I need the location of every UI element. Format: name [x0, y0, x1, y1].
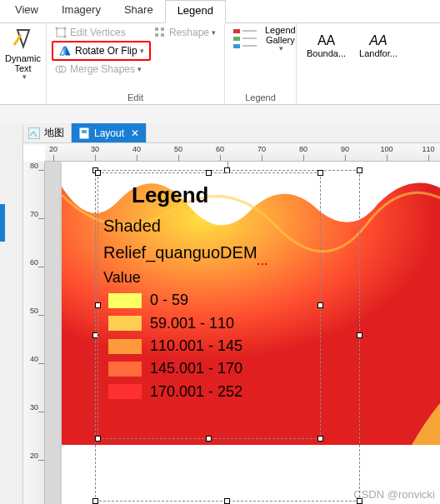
- layout-canvas[interactable]: Legend Shaded Relief_quanguoDEM Value 0 …: [45, 162, 440, 504]
- merge-icon: [55, 63, 67, 75]
- ribbon-body: Dynamic Text ▾ Edit Vertices Rotate Or F…: [0, 23, 440, 105]
- svg-point-3: [64, 36, 67, 38]
- reshape-icon: [154, 27, 166, 38]
- svg-point-1: [56, 27, 58, 30]
- doc-tab-map-label: 地图: [44, 126, 64, 140]
- legend-item-label: 145.001 - 170: [150, 359, 242, 378]
- legend-layer-line2: Relief_quanguoDEM: [103, 242, 315, 265]
- layout-view: 2030405060708090100110 80706050403020: [23, 145, 440, 504]
- svg-rect-18: [82, 130, 87, 133]
- legend-row: 145.001 - 170: [103, 359, 315, 378]
- doc-tab-layout-label: Layout: [94, 127, 124, 139]
- caret-icon: ▾: [22, 73, 27, 82]
- ruler-tick: 50: [23, 307, 45, 323]
- legend-row: 170.001 - 252: [103, 382, 315, 402]
- legend-gallery-label: Legend Gallery: [265, 25, 296, 45]
- text-style-icon: AA: [369, 33, 387, 48]
- svg-rect-12: [233, 37, 240, 41]
- reshape-button[interactable]: Reshape ▾: [151, 25, 219, 40]
- edit-vertices-label: Edit Vertices: [70, 27, 126, 38]
- ribbon-tab-strip: View Imagery Share Legend: [0, 0, 440, 23]
- edit-vertices-button[interactable]: Edit Vertices: [52, 25, 151, 40]
- legend-layer-line1: Shaded: [103, 215, 315, 237]
- caret-icon: ▾: [212, 28, 216, 37]
- ruler-tick: 30: [78, 145, 112, 153]
- tab-legend[interactable]: Legend: [165, 0, 226, 23]
- legend-patch-gallery[interactable]: [230, 25, 262, 67]
- legend-item-label: 170.001 - 252: [150, 382, 242, 402]
- ruler-tick: 30: [23, 403, 45, 420]
- text-style-icon: AA: [318, 33, 335, 48]
- legend-row: 0 - 59: [103, 291, 315, 310]
- ruler-tick: 60: [23, 258, 45, 275]
- svg-rect-8: [155, 33, 158, 37]
- legend-swatch: [108, 293, 142, 308]
- dynamic-text-icon: [11, 27, 36, 52]
- ruler-tick: 20: [23, 452, 45, 468]
- svg-rect-14: [233, 44, 240, 48]
- tab-view[interactable]: View: [3, 0, 50, 22]
- side-panel: [0, 125, 23, 504]
- tab-share[interactable]: Share: [112, 0, 165, 22]
- svg-rect-7: [161, 27, 164, 31]
- svg-point-2: [64, 27, 67, 30]
- ruler-tick: 100: [370, 145, 403, 153]
- svg-rect-9: [161, 33, 164, 37]
- reshape-label: Reshape: [169, 27, 209, 38]
- edit-group-label: Edit: [52, 92, 219, 102]
- ruler-tick: 50: [162, 145, 195, 153]
- style-label: Landfor...: [359, 48, 398, 58]
- style-landform[interactable]: AA Landfor...: [354, 32, 402, 60]
- caret-icon: ▾: [279, 45, 283, 53]
- caret-icon: ▾: [138, 65, 142, 73]
- doc-tab-layout[interactable]: Layout ✕: [72, 123, 147, 142]
- ruler-horizontal: 2030405060708090100110: [45, 145, 440, 162]
- rotate-or-flip-label: Rotate Or Flip: [75, 45, 138, 57]
- merge-shapes-label: Merge Shapes: [70, 63, 135, 75]
- svg-rect-6: [155, 27, 158, 31]
- dynamic-text-button[interactable]: Dynamic Text ▾: [5, 25, 41, 83]
- ruler-tick: 110: [412, 145, 440, 153]
- flip-icon: [58, 45, 72, 57]
- style-boundary[interactable]: AA Bounda...: [302, 32, 351, 60]
- legend-row: 59.001 - 110: [103, 314, 315, 333]
- ruler-tick: 70: [23, 210, 45, 227]
- ruler-tick: 20: [45, 145, 70, 153]
- ruler-tick: 70: [245, 145, 278, 153]
- dynamic-text-label: Dynamic Text: [5, 53, 41, 73]
- legend-item-label: 110.001 - 145: [150, 337, 242, 356]
- caret-icon: ▾: [140, 47, 144, 55]
- legend-value-header: Value: [103, 268, 315, 287]
- rotate-or-flip-button[interactable]: Rotate Or Flip ▾: [55, 43, 148, 58]
- legend-element-selection[interactable]: Legend Shaded Relief_quanguoDEM Value 0 …: [98, 172, 321, 439]
- tab-imagery[interactable]: Imagery: [50, 0, 112, 22]
- svg-rect-10: [233, 29, 240, 33]
- legend-title: Legend: [132, 182, 315, 210]
- watermark: CSDN @ronvicki: [353, 488, 435, 501]
- ruler-vertical: 80706050403020: [23, 162, 45, 504]
- legend-group-label: Legend: [230, 92, 291, 102]
- legend-swatch: [108, 362, 142, 377]
- legend-element[interactable]: Legend Shaded Relief_quanguoDEM Value 0 …: [98, 173, 320, 413]
- legend-row: 110.001 - 145: [103, 337, 315, 356]
- legend-items-icon: [233, 27, 258, 61]
- ruler-tick: 80: [287, 145, 320, 153]
- legend-item-label: 0 - 59: [150, 291, 188, 310]
- legend-swatch: [108, 384, 142, 399]
- legend-gallery-button[interactable]: Legend Gallery ▾: [262, 25, 299, 67]
- document-tabs: 地图 Layout ✕: [0, 123, 440, 143]
- legend-swatch: [108, 339, 142, 354]
- ruler-tick: 90: [328, 145, 362, 153]
- legend-swatch: [108, 316, 142, 331]
- layout-icon: [78, 127, 90, 139]
- style-label: Bounda...: [307, 48, 346, 58]
- merge-shapes-button[interactable]: Merge Shapes ▾: [52, 62, 151, 77]
- close-icon[interactable]: ✕: [131, 127, 139, 139]
- ruler-tick: 40: [23, 355, 45, 372]
- ruler-tick: 60: [203, 145, 237, 153]
- side-tab-indicator[interactable]: [0, 204, 5, 242]
- legend-items: 0 - 5959.001 - 110110.001 - 145145.001 -…: [103, 291, 315, 402]
- svg-rect-0: [57, 28, 65, 37]
- legend-item-label: 59.001 - 110: [150, 314, 234, 333]
- ruler-tick: 80: [23, 162, 45, 178]
